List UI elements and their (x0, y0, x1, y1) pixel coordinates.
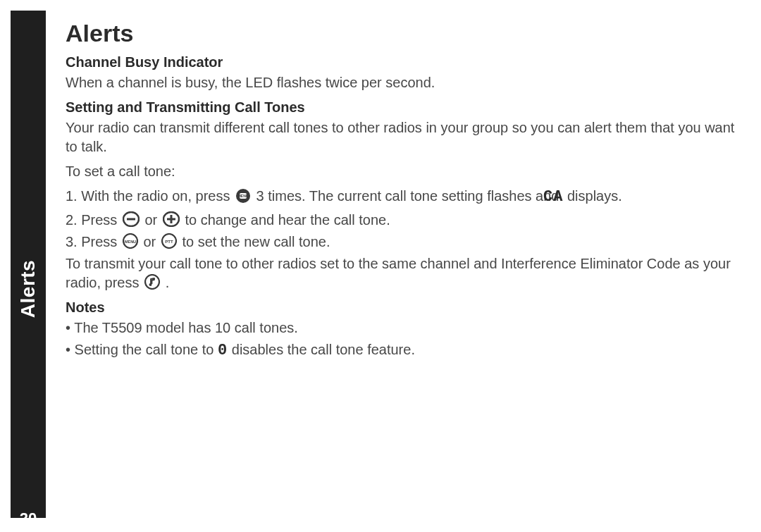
menu-button-icon: MENU (235, 188, 251, 204)
content-area: Alerts Channel Busy Indicator When a cha… (66, 20, 735, 364)
page-title: Alerts (66, 20, 735, 47)
step-3-text-a: 3. Press (66, 234, 121, 249)
step-3-text-b: or (143, 234, 159, 249)
step-1-text-b: 3 times. The current call tone setting f… (256, 188, 563, 204)
manual-page: Alerts 20 Alerts Channel Busy Indicator … (0, 0, 761, 532)
sidebar-tab: Alerts 20 (11, 11, 46, 518)
text-transmit-b: . (166, 275, 170, 290)
calltone-button-icon (144, 274, 160, 290)
menu-button-icon: MENU (123, 233, 138, 249)
step-1-text-a: 1. With the radio on, press (66, 188, 234, 204)
step-3: 3. Press MENU or PTT to set the new call… (66, 233, 735, 252)
text-call-tones-intro: Your radio can transmit different call t… (66, 118, 735, 156)
note-1: • The T5509 model has 10 call tones. (66, 318, 735, 338)
zero-glyph: 0 (218, 340, 228, 361)
step-1: 1. With the radio on, press MENU 3 times… (66, 187, 735, 208)
heading-notes: Notes (66, 299, 735, 316)
svg-text:PTT: PTT (165, 240, 173, 244)
step-1-text-c: displays. (567, 188, 622, 204)
svg-text:MENU: MENU (125, 240, 136, 244)
text-channel-busy: When a channel is busy, the LED flashes … (66, 73, 735, 92)
step-2: 2. Press or to change and hear the call … (66, 211, 735, 230)
step-3-text-c: to set the new call tone. (182, 234, 330, 249)
text-transmit: To transmit your call tone to other radi… (66, 254, 735, 292)
heading-call-tones: Setting and Transmitting Call Tones (66, 99, 735, 116)
note-2-b: disables the call tone feature. (232, 342, 415, 357)
minus-button-icon (123, 211, 140, 227)
ptt-button-icon: PTT (161, 233, 177, 249)
text-to-set: To set a call tone: (66, 162, 735, 181)
sidebar-section-label: Alerts (17, 260, 39, 318)
step-2-text-a: 2. Press (66, 212, 121, 228)
note-2: • Setting the call tone to 0 disables th… (66, 340, 735, 361)
note-2-a: • Setting the call tone to (66, 342, 218, 357)
svg-text:MENU: MENU (238, 193, 249, 197)
plus-button-icon (163, 211, 180, 227)
page-number: 20 (20, 509, 37, 528)
step-2-text-b: or (144, 212, 161, 228)
svg-point-13 (149, 283, 152, 286)
heading-channel-busy: Channel Busy Indicator (66, 54, 735, 70)
step-2-text-c: to change and hear the call tone. (185, 212, 390, 228)
